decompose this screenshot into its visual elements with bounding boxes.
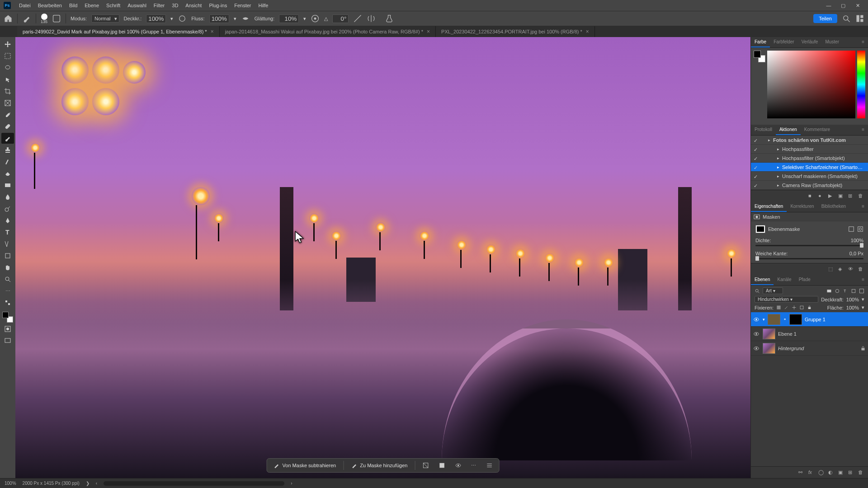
mask-thumbnail[interactable]	[789, 314, 802, 325]
action-row[interactable]: ✓▸Hochpassfilter (Smartobjekt)	[751, 154, 868, 163]
search-icon[interactable]	[755, 288, 760, 294]
chevron-right-icon[interactable]: ▸	[777, 165, 779, 169]
new-layer-icon[interactable]: ⊞	[848, 469, 854, 476]
type-tool[interactable]: T	[1, 227, 14, 238]
stop-icon[interactable]: ■	[808, 193, 815, 199]
timeline-scrub[interactable]	[104, 481, 284, 486]
menu-fenster[interactable]: Fenster	[231, 1, 255, 9]
subtract-from-mask-button[interactable]: Von Maske subtrahieren	[271, 460, 339, 470]
close-icon[interactable]: ×	[427, 28, 430, 35]
dialog-icon[interactable]	[761, 138, 765, 142]
filter-adjust-icon[interactable]	[835, 288, 840, 294]
invert-mask-icon[interactable]	[420, 460, 431, 470]
path-tool[interactable]	[1, 239, 14, 249]
scrub-right[interactable]: ›	[291, 481, 292, 486]
panel-tab-farbe[interactable]: Farbe	[751, 37, 770, 47]
healing-tool[interactable]	[1, 121, 14, 132]
filter-smart-icon[interactable]	[859, 288, 864, 294]
vector-mask-icon[interactable]	[857, 226, 863, 232]
panel-tab-bibliotheken[interactable]: Bibliotheken	[818, 202, 849, 212]
menu-schrift[interactable]: Schrift	[103, 1, 124, 9]
dialog-icon[interactable]	[761, 174, 765, 178]
layer-name[interactable]: Gruppe 1	[805, 317, 826, 322]
dialog-icon[interactable]	[761, 147, 765, 151]
hand-tool[interactable]	[1, 262, 14, 273]
symmetry-icon[interactable]	[367, 14, 376, 23]
visibility-icon[interactable]	[753, 345, 760, 352]
menu-bild[interactable]: Bild	[66, 1, 81, 9]
dialog-icon[interactable]	[761, 156, 765, 160]
panel-tab-kanäle[interactable]: Kanäle	[774, 275, 795, 285]
chevron-right-icon[interactable]: ▸	[768, 138, 770, 142]
history-brush-tool[interactable]	[1, 156, 14, 167]
lock-position-icon[interactable]	[792, 305, 797, 310]
action-row[interactable]: ✓▸Fotos schärfen von TutKit.com	[751, 136, 868, 145]
new-set-icon[interactable]: ▣	[838, 193, 844, 199]
lock-transparency-icon[interactable]	[776, 305, 781, 310]
trash-icon[interactable]: 🗑	[858, 193, 864, 199]
foreground-background-colors[interactable]	[2, 312, 13, 323]
menu-bearbeiten[interactable]: Bearbeiten	[34, 1, 66, 9]
delete-mask-icon[interactable]: 🗑	[858, 266, 864, 272]
flow-dropdown-icon[interactable]: ▾	[234, 16, 236, 22]
pen-tool[interactable]	[1, 215, 14, 226]
apply-mask-icon[interactable]: ◈	[838, 266, 844, 272]
scrub-left[interactable]: ‹	[96, 481, 97, 486]
brush-tool[interactable]	[1, 133, 14, 144]
lock-all-icon[interactable]	[807, 305, 812, 310]
menu-hilfe[interactable]: Hilfe	[255, 1, 272, 9]
lock-pixels-icon[interactable]	[784, 305, 789, 310]
flow-input[interactable]	[209, 14, 229, 23]
mask-thumbnail[interactable]	[755, 225, 765, 233]
more-icon[interactable]: ⋯	[468, 461, 479, 470]
edit-toolbar-icon[interactable]	[1, 297, 14, 308]
action-row[interactable]: ✓▸Camera Raw (Smartobjekt)	[751, 181, 868, 190]
group-icon[interactable]: ▣	[838, 469, 844, 476]
record-icon[interactable]: ●	[818, 193, 825, 199]
panel-tab-muster[interactable]: Muster	[821, 37, 843, 47]
layer-opacity-value[interactable]: 100%	[846, 297, 859, 302]
layer-name[interactable]: Hintergrund	[778, 346, 804, 351]
lasso-tool[interactable]	[1, 62, 14, 73]
screenmode-icon[interactable]	[1, 335, 14, 346]
visibility-icon[interactable]	[753, 330, 760, 338]
marquee-tool[interactable]	[1, 51, 14, 61]
close-button[interactable]: ✕	[851, 1, 864, 10]
opacity-dropdown-icon[interactable]: ▾	[170, 16, 173, 22]
document-tab[interactable]: paris-2499022_David Mark auf Pixabay.jpg…	[17, 26, 220, 37]
new-action-icon[interactable]: ⊞	[848, 193, 854, 199]
dodge-tool[interactable]	[1, 203, 14, 214]
panel-tab-verläufe[interactable]: Verläufe	[798, 37, 822, 47]
check-icon[interactable]: ✓	[754, 183, 758, 188]
pixel-mask-icon[interactable]	[848, 226, 854, 232]
density-slider[interactable]	[755, 245, 863, 246]
menu-plug-ins[interactable]: Plug-ins	[205, 1, 231, 9]
feather-slider[interactable]	[755, 258, 863, 259]
hue-slider[interactable]	[857, 51, 865, 118]
brush-settings-icon[interactable]	[52, 14, 61, 23]
chevron-right-icon[interactable]: ▸	[777, 174, 779, 178]
filter-pixel-icon[interactable]	[826, 288, 832, 294]
check-icon[interactable]: ✓	[754, 138, 758, 142]
chevron-right-icon[interactable]: ▸	[777, 183, 779, 188]
smoothing-options-icon[interactable]	[311, 14, 320, 23]
add-to-mask-button[interactable]: Zu Maske hinzufügen	[348, 460, 410, 470]
opacity-input[interactable]	[146, 14, 166, 23]
panel-menu-icon[interactable]: ≡	[858, 275, 868, 285]
adjustment-layer-icon[interactable]: ◐	[828, 469, 835, 476]
feather-value[interactable]: 0,0 Px	[849, 251, 863, 256]
color-field[interactable]	[767, 51, 855, 118]
action-row[interactable]: ✓▸Hochpassfilter	[751, 145, 868, 154]
add-mask-icon[interactable]: ◯	[818, 469, 825, 476]
menu-ansicht[interactable]: Ansicht	[182, 1, 205, 9]
load-selection-icon[interactable]: ⬚	[828, 266, 835, 272]
quickmask-icon[interactable]	[1, 324, 14, 334]
panel-tab-ebenen[interactable]: Ebenen	[751, 275, 774, 285]
pressure-opacity-icon[interactable]	[178, 14, 187, 23]
close-icon[interactable]: ×	[586, 28, 589, 35]
shape-tool[interactable]	[1, 250, 14, 261]
panel-tab-pfade[interactable]: Pfade	[795, 275, 814, 285]
selection-tool[interactable]	[1, 74, 14, 85]
zoom-tool[interactable]	[1, 274, 14, 285]
panel-tab-korrekturen[interactable]: Korrekturen	[787, 202, 817, 212]
